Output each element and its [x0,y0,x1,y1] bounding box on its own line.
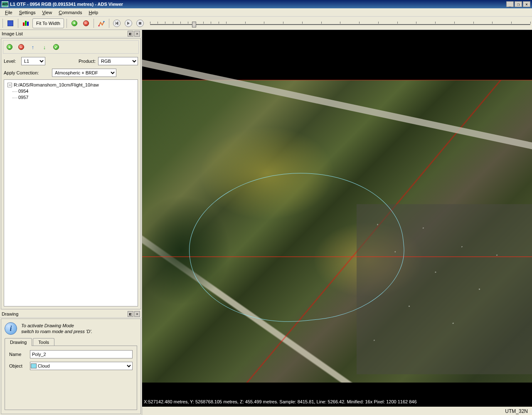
undock-icon[interactable]: ◧ [128,311,133,317]
remove-icon[interactable]: − [17,42,26,52]
menu-view[interactable]: View [39,9,56,16]
tree-expander-icon[interactable]: − [7,83,12,87]
fit-to-width-button[interactable]: Fit To Width [32,18,64,28]
main-toolbar: Fit To Width + − [0,17,532,30]
info-text: To activate Drawing Mode switch to roam … [21,323,92,334]
tree-item[interactable]: 0957 [6,94,136,101]
move-up-icon[interactable]: ↑ [28,42,37,52]
name-input[interactable] [30,350,133,358]
viewer-pane[interactable]: X:527142.480 metres, Y: 5268768.105 metr… [142,30,532,415]
level-label: Level: [4,59,19,64]
image-tree[interactable]: −R:/ADS/Romanshorn_10cm/Flight_10/raw 09… [4,79,138,306]
minimize-button[interactable]: _ [506,1,514,7]
zoom-in-icon[interactable]: + [69,18,79,28]
menu-commands[interactable]: Commands [55,9,85,16]
close-panel-icon[interactable]: × [134,311,140,317]
menu-help[interactable]: Help [85,9,101,16]
slider-thumb[interactable] [192,22,196,27]
status-coordinates: X:527142.480 metres, Y: 5268768.105 metr… [144,399,530,406]
object-select[interactable] [30,362,133,370]
menubar: File Settings View Commands Help [0,8,532,17]
drawn-polygon[interactable] [182,162,410,332]
tab-tools[interactable]: Tools [33,338,54,346]
svg-point-1 [103,21,104,22]
aerial-image[interactable] [142,80,532,390]
close-button[interactable]: × [523,1,530,7]
object-label: Object [9,363,27,368]
save-icon[interactable] [5,18,15,28]
histogram-icon[interactable] [21,18,31,28]
apply-icon[interactable]: ✓ [52,42,61,52]
menu-settings[interactable]: Settings [16,9,39,16]
close-panel-icon[interactable]: × [134,31,140,37]
svg-point-0 [98,25,99,26]
viewer-letterbox-bottom [142,383,532,399]
undock-icon[interactable]: ◧ [128,31,133,37]
correction-select[interactable]: Atmospheric + BRDF [52,69,116,77]
product-label: Product: [76,59,96,64]
zoom-out-icon[interactable]: − [81,18,91,28]
name-label: Name [9,352,27,357]
level-select[interactable]: L1 [21,57,45,65]
menu-file[interactable]: File [2,9,16,16]
tree-item[interactable]: 0954 [6,88,136,94]
window-title: L1 OTF - 0954 RGB (0.0915341 metres) - A… [10,2,506,7]
titlebar: ADS L1 OTF - 0954 RGB (0.0915341 metres)… [0,0,532,8]
playback-play-icon[interactable] [123,18,133,28]
image-list-header: Image List ◧ × [0,30,142,37]
tree-root[interactable]: −R:/ADS/Romanshorn_10cm/Flight_10/raw [6,82,136,88]
svg-rect-2 [139,22,141,25]
restore-button[interactable]: ❐ [515,1,522,7]
playback-first-icon[interactable] [112,18,122,28]
product-select[interactable]: RGB [98,57,138,65]
correction-label: Apply Correction: [4,70,49,75]
image-list-toolbar: + − ↑ ↓ ✓ [3,40,139,54]
timeline-slider[interactable] [150,19,530,27]
app-icon: ADS [2,1,8,7]
info-icon: i [5,322,17,335]
drawing-header: Drawing ◧ × [0,310,142,318]
move-down-icon[interactable]: ↓ [40,42,49,52]
add-icon[interactable]: + [5,42,14,52]
status-projection: UTM_32N [503,408,530,414]
tab-drawing[interactable]: Drawing [5,338,32,346]
draw-tool-icon[interactable] [96,18,106,28]
playback-stop-icon[interactable] [135,18,145,28]
